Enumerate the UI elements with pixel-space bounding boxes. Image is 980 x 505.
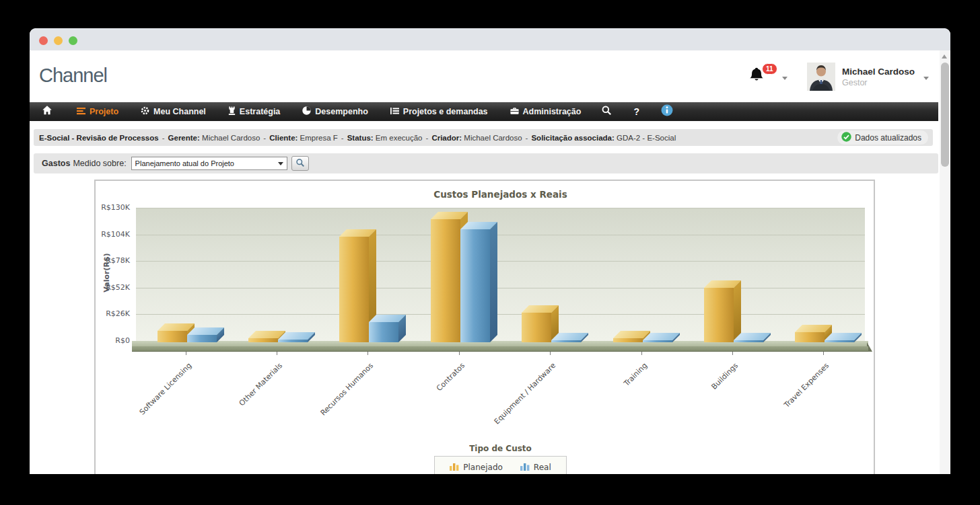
category-tick [550,352,551,355]
bar-real [643,340,672,342]
close-button[interactable] [39,36,48,45]
bar-real [278,340,308,342]
project-lines-icon [77,106,86,118]
bar-planejado [248,338,278,342]
nav-home[interactable] [30,102,66,121]
bar-real [460,229,490,342]
category-tick [368,352,368,355]
category-tick [459,352,460,355]
bar-real [734,340,763,342]
nav-item-label: Meu Channel [153,107,206,116]
blue-bars-icon [520,462,530,473]
legend-item-real[interactable]: Real [520,462,551,473]
user-menu-caret-icon[interactable] [923,77,929,80]
legend-item-planejado[interactable]: Planejado [450,462,503,473]
notification-badge: 11 [762,63,777,75]
bar-real [825,340,854,342]
ytick-label: R$130K [96,203,130,212]
category-tick [823,352,824,355]
x-axis-labels: Software LicensingOther MaterialsRecurso… [136,357,865,438]
scroll-up-arrow-icon[interactable] [942,54,947,59]
nav-item-projetos-demandas[interactable]: Projetos e demandas [379,102,499,121]
notifications-button[interactable]: 11 [748,66,779,89]
gear-icon [140,106,150,118]
category-label: Training [571,361,648,438]
user-name: Michael Cardoso [842,67,923,77]
nav-item-estrategia[interactable]: Estratégia [217,102,291,121]
nav-item-administracao[interactable]: Administração [499,102,592,121]
bar-planejado [431,219,460,342]
bar-planejado [522,313,551,342]
category-tick [186,352,186,355]
minimize-button[interactable] [54,36,63,45]
bell-icon [748,74,765,85]
nav-item-meu-channel[interactable]: Meu Channel [129,102,217,121]
window-titlebar [30,28,950,50]
home-icon [42,105,53,118]
bars-layer [136,208,865,342]
status-badge: Dados atualizados [837,130,928,145]
bar-real [369,322,398,342]
list-icon [390,106,400,118]
filter-bar: Gastos Medido sobre: Planejamento atual … [34,153,938,173]
user-menu[interactable]: Michael Cardoso Gestor [842,67,923,87]
avatar[interactable] [807,63,835,91]
nav-item-label: Administração [523,107,582,116]
ytick-label: R$0 [96,336,130,345]
x-axis-title: Tipo de Custo [136,444,865,453]
ytick-label: R$52K [96,283,130,292]
chart-legend: Planejado Real [434,456,566,474]
category-label: Recursos Humanos [298,361,375,438]
category-label: Travel Expenses [753,361,831,438]
nav-item-label: Estratégia [240,107,280,116]
category-tick [641,352,642,355]
nav-item-projeto[interactable]: Projeto [66,102,129,121]
bar-planejado [339,237,369,342]
bar-planejado [613,338,643,342]
section-label: Gastos [42,159,70,168]
measure-select[interactable]: Planejamento atual do Projeto [131,157,287,170]
scrollbar-thumb[interactable] [941,63,949,167]
nav-search-button[interactable] [592,102,621,121]
search-icon [601,105,612,118]
x-axis-ticks [136,352,865,356]
maximize-button[interactable] [69,36,77,45]
vertical-scrollbar[interactable] [940,50,950,474]
bar-real [187,335,217,342]
user-role: Gestor [842,78,923,87]
briefcase-icon [510,106,520,118]
gold-bars-icon [450,462,459,473]
category-label: Equipment / Hardware [480,361,557,438]
bar-side-face [490,222,497,342]
bar-planejado [158,331,187,342]
nav-item-label: Projetos e demandas [403,107,488,116]
select-caret-icon [278,162,283,165]
category-label: Contratos [389,361,466,438]
bar-planejado [795,332,825,342]
bar-planejado [704,288,734,342]
notifications-caret-icon[interactable] [782,77,788,80]
rook-icon [228,106,236,118]
category-tick [277,352,277,355]
magnifier-icon [295,158,305,169]
chart-panel: Custos Planejados x Reais Valor(R$) R$13… [94,180,875,474]
selected-option: Planejamento atual do Projeto [135,159,278,167]
main-navbar: Projeto Meu Channel Estratégia Desempenh… [30,102,938,121]
legend-row: Planejado Real [136,456,865,474]
field-label: Medido sobre: [73,159,126,168]
category-label: Software Licensing [116,361,193,438]
nav-help-button[interactable]: ? [621,106,652,117]
app-logo: Channel [39,65,107,87]
project-info-bar: E-Social - Revisão de Processos - Gerent… [34,129,933,146]
nav-item-desempenho[interactable]: Desempenho [291,102,379,121]
apply-filter-button[interactable] [291,156,309,171]
app-window: Channel 11 Michael Cardoso Gestor [30,28,950,474]
y-axis-labels: R$130KR$104KR$78KR$52KR$26KR$0 [96,208,132,341]
info-icon [661,104,673,119]
bar-real [551,340,581,342]
nav-info-button[interactable] [652,102,682,121]
ytick-label: R$104K [96,230,130,239]
nav-item-label: Projeto [90,107,118,116]
category-label: Other Materials [207,361,284,438]
category-tick [732,352,733,355]
